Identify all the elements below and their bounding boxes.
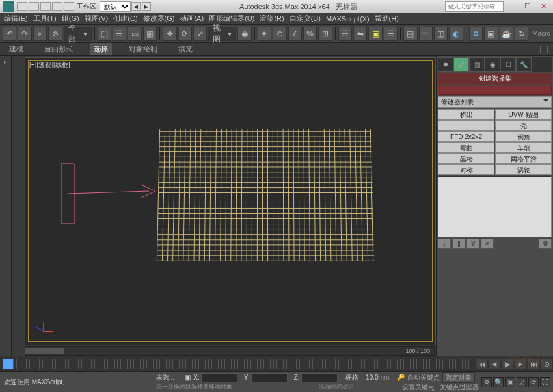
- setkey-button[interactable]: 设置关键点: [399, 383, 437, 392]
- addtime-button[interactable]: 添加时间标记: [319, 383, 354, 391]
- show-end-icon[interactable]: ‖: [452, 239, 465, 249]
- zoom-icon[interactable]: 🔍: [493, 377, 504, 387]
- menu-tools[interactable]: 工具(T): [33, 14, 57, 23]
- qat-redo-icon[interactable]: [64, 2, 74, 11]
- qat-save-icon[interactable]: [40, 2, 51, 11]
- make-unique-icon[interactable]: ∀: [466, 239, 479, 249]
- render-iterative-icon[interactable]: ↻: [515, 27, 528, 41]
- mod-chamfer[interactable]: 倒角: [495, 131, 552, 142]
- pivot-icon[interactable]: ◉: [237, 27, 251, 41]
- qat-undo-icon[interactable]: [52, 2, 62, 11]
- goto-start-icon[interactable]: ⏮: [476, 359, 487, 369]
- mod-turbosmooth[interactable]: 涡轮: [495, 164, 552, 175]
- mod-meshsmooth[interactable]: 网格平滑: [495, 153, 552, 164]
- snap-toggle-icon[interactable]: ⊙: [273, 27, 286, 41]
- curve-editor-icon[interactable]: 〰: [419, 27, 433, 41]
- panel-modify-icon[interactable]: 🖉: [453, 57, 469, 72]
- help-search-input[interactable]: [445, 1, 504, 12]
- ws-next-icon[interactable]: ►: [142, 2, 151, 11]
- layer-manager-icon[interactable]: ☰: [384, 27, 398, 41]
- pin-stack-icon[interactable]: ⏚: [438, 239, 451, 249]
- minimize-icon[interactable]: —: [505, 1, 519, 12]
- menu-edit[interactable]: 编辑(E): [4, 14, 28, 23]
- selected-object-combo[interactable]: 选定对象: [442, 372, 475, 383]
- coord-z-input[interactable]: [301, 373, 338, 382]
- select-name-icon[interactable]: ☰: [113, 27, 126, 41]
- configure-sets-icon[interactable]: ⚙: [539, 239, 552, 249]
- qat-new-icon[interactable]: [17, 2, 27, 11]
- render-production-icon[interactable]: ☕: [500, 27, 513, 41]
- schematic-view-icon[interactable]: ◫: [434, 27, 448, 41]
- menu-animation[interactable]: 动画(A): [180, 14, 204, 23]
- maximize-icon[interactable]: ☐: [520, 1, 535, 12]
- redo-icon[interactable]: ↷: [18, 27, 31, 41]
- close-icon[interactable]: ✕: [536, 1, 550, 12]
- viewport-label[interactable]: [+][透视][线框]: [29, 60, 70, 70]
- render-setup-icon[interactable]: ⚙: [469, 27, 483, 41]
- select-region-icon[interactable]: ▭: [128, 27, 141, 41]
- maximize-viewport-icon[interactable]: ⛶: [540, 377, 550, 387]
- remove-mod-icon[interactable]: ✕: [481, 239, 494, 249]
- align-icon[interactable]: ▣: [368, 27, 382, 41]
- coord-x-input[interactable]: [201, 373, 237, 382]
- tab-select[interactable]: 选择: [90, 43, 112, 55]
- ribbon-minimize-icon[interactable]: [540, 46, 548, 53]
- select-manipulate-icon[interactable]: ✦: [258, 27, 271, 41]
- mod-lathe[interactable]: 车削: [495, 142, 552, 153]
- modifier-stack[interactable]: [438, 176, 552, 237]
- scale-icon[interactable]: ⤢: [193, 27, 207, 41]
- mod-uvw[interactable]: UVW 贴图: [495, 109, 552, 120]
- keyfilter-button[interactable]: 关键点过滤器: [437, 383, 481, 392]
- ref-coord-combo[interactable]: 视图 ▾: [208, 27, 236, 41]
- material-editor-icon[interactable]: ◐: [449, 27, 463, 41]
- tab-object-paint[interactable]: 对象绘制: [125, 43, 161, 55]
- object-color-swatch[interactable]: [438, 86, 552, 95]
- menu-modifiers[interactable]: 修改器(G): [143, 14, 175, 23]
- menu-render[interactable]: 渲染(R): [260, 14, 284, 23]
- panel-display-icon[interactable]: ☐: [500, 57, 516, 72]
- window-crossing-icon[interactable]: ▦: [143, 27, 157, 41]
- coord-y-input[interactable]: [251, 373, 288, 382]
- qat-open-icon[interactable]: [29, 2, 39, 11]
- selection-filter-combo[interactable]: 全部 ▾: [64, 27, 92, 41]
- prev-frame-icon[interactable]: ◄: [489, 359, 500, 369]
- link-icon[interactable]: ⟡: [33, 27, 47, 41]
- panel-motion-icon[interactable]: ◉: [485, 57, 500, 72]
- panel-utilities-icon[interactable]: 🔧: [516, 57, 532, 72]
- menu-help[interactable]: 帮助(H): [375, 14, 399, 23]
- time-slider-thumb[interactable]: [3, 359, 13, 369]
- tab-modeling[interactable]: 建模: [5, 43, 27, 55]
- viewport-hscroll[interactable]: 100 / 100: [25, 346, 435, 356]
- fov-icon[interactable]: ◿: [517, 377, 527, 387]
- select-icon[interactable]: ⬚: [98, 27, 111, 41]
- autokey-button[interactable]: 自动关键点: [405, 373, 442, 382]
- menu-customize[interactable]: 自定义(U): [290, 14, 321, 23]
- zoom-extents-icon[interactable]: ▣: [505, 377, 515, 387]
- move-icon[interactable]: ✥: [163, 27, 176, 41]
- unlink-icon[interactable]: ⊘: [48, 27, 62, 41]
- named-selection-icon[interactable]: ☷: [338, 27, 352, 41]
- orbit-icon[interactable]: ⟳: [528, 377, 539, 387]
- panel-create-icon[interactable]: ✸: [438, 57, 453, 72]
- rotate-icon[interactable]: ⟳: [178, 27, 192, 41]
- undo-icon[interactable]: ↶: [3, 27, 16, 41]
- mirror-icon[interactable]: ⇋: [353, 27, 367, 41]
- time-slider[interactable]: ⏮ ◄ ▶ ► ⏭ ⊙: [0, 356, 553, 371]
- mod-extrude[interactable]: 挤出: [438, 109, 494, 120]
- mod-ffd[interactable]: FFD 2x2x2: [438, 131, 494, 142]
- modifier-list-combo[interactable]: 修改器列表: [438, 96, 552, 108]
- angle-snap-icon[interactable]: ∠: [288, 27, 302, 41]
- viewport-perspective[interactable]: [+][透视][线框]: [25, 57, 436, 345]
- percent-snap-icon[interactable]: %: [303, 27, 317, 41]
- menu-view[interactable]: 视图(V): [85, 14, 109, 23]
- panel-hierarchy-icon[interactable]: ▥: [469, 57, 485, 72]
- tab-freeform[interactable]: 自由形式: [40, 43, 77, 55]
- spinner-snap-icon[interactable]: ⊞: [318, 27, 332, 41]
- tab-populate[interactable]: 填充: [174, 43, 196, 55]
- pan-icon[interactable]: ✥: [481, 377, 492, 387]
- scene-arrow-helper[interactable]: [51, 159, 162, 256]
- render-frame-icon[interactable]: ▣: [484, 27, 498, 41]
- mod-empty1[interactable]: [438, 120, 494, 131]
- scene-plane-object[interactable]: [157, 129, 374, 261]
- menu-create[interactable]: 创建(C): [113, 14, 137, 23]
